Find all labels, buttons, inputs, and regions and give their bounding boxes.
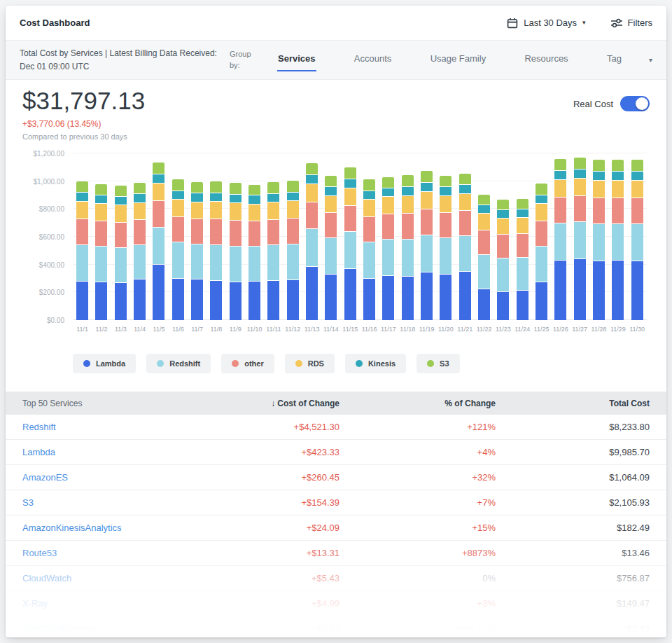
bar-segment-rds[interactable] — [536, 204, 547, 221]
bar-segment-redshift[interactable] — [95, 247, 107, 282]
bar-segment-s3[interactable] — [517, 199, 528, 209]
bar-segment-kinesis[interactable] — [325, 187, 337, 195]
bar-11-2[interactable] — [95, 153, 107, 320]
bar-11-20[interactable] — [440, 153, 451, 320]
bar-segment-kinesis[interactable] — [440, 187, 451, 195]
bar-segment-other[interactable] — [612, 198, 624, 223]
bar-segment-other[interactable] — [382, 214, 394, 239]
bar-segment-s3[interactable] — [210, 181, 222, 192]
bar-segment-rds[interactable] — [287, 201, 299, 218]
bar-11-22[interactable] — [478, 153, 490, 320]
bar-segment-lambda[interactable] — [287, 280, 299, 320]
bar-segment-s3[interactable] — [287, 181, 299, 191]
bar-segment-lambda[interactable] — [153, 265, 164, 320]
service-link[interactable]: Route53 — [6, 548, 176, 558]
bar-segment-s3[interactable] — [536, 184, 547, 194]
bar-segment-redshift[interactable] — [459, 236, 471, 271]
bar-segment-rds[interactable] — [210, 202, 222, 219]
legend-chip-lambda[interactable]: Lambda — [73, 354, 136, 373]
bar-segment-redshift[interactable] — [478, 255, 490, 289]
bar-segment-other[interactable] — [344, 206, 356, 231]
bar-segment-rds[interactable] — [172, 200, 184, 216]
bar-11-6[interactable] — [172, 153, 184, 320]
bar-segment-s3[interactable] — [440, 176, 451, 186]
bar-segment-lambda[interactable] — [115, 283, 127, 320]
tab-accounts[interactable]: Accounts — [354, 53, 392, 71]
bar-segment-lambda[interactable] — [517, 291, 528, 320]
bar-11-15[interactable] — [344, 153, 356, 320]
bar-segment-redshift[interactable] — [325, 238, 337, 274]
bar-segment-other[interactable] — [267, 220, 279, 244]
bar-segment-lambda[interactable] — [478, 289, 490, 320]
bar-segment-other[interactable] — [536, 221, 547, 246]
tab-usage-family[interactable]: Usage Family — [430, 53, 486, 71]
filters-button[interactable]: Filters — [611, 18, 652, 28]
bar-segment-other[interactable] — [459, 211, 471, 235]
bar-segment-lambda[interactable] — [440, 275, 451, 320]
bar-segment-kinesis[interactable] — [536, 195, 547, 204]
bar-segment-lambda[interactable] — [210, 281, 222, 320]
bar-segment-other[interactable] — [95, 221, 107, 246]
bar-11-24[interactable] — [517, 153, 528, 320]
date-range-picker[interactable]: Last 30 Days ▾ — [507, 18, 585, 29]
bar-segment-s3[interactable] — [191, 182, 203, 192]
bar-segment-lambda[interactable] — [344, 269, 356, 320]
bar-segment-rds[interactable] — [306, 184, 318, 202]
bar-segment-rds[interactable] — [593, 181, 605, 198]
bar-segment-other[interactable] — [210, 219, 222, 244]
bar-segment-redshift[interactable] — [574, 222, 586, 258]
bar-segment-rds[interactable] — [421, 192, 433, 209]
bar-segment-other[interactable] — [325, 213, 337, 237]
bar-segment-kinesis[interactable] — [497, 210, 509, 218]
bar-segment-rds[interactable] — [612, 181, 624, 198]
bar-segment-lambda[interactable] — [536, 282, 547, 320]
bar-segment-kinesis[interactable] — [210, 193, 222, 202]
bar-segment-other[interactable] — [497, 235, 509, 258]
bar-11-28[interactable] — [593, 153, 605, 320]
service-link[interactable]: AmazonKinesisAnalytics — [6, 523, 176, 533]
bar-segment-redshift[interactable] — [440, 238, 451, 274]
bar-segment-kinesis[interactable] — [478, 205, 490, 213]
bar-11-23[interactable] — [497, 153, 509, 320]
bar-segment-rds[interactable] — [382, 197, 394, 214]
bar-11-29[interactable] — [612, 153, 624, 320]
service-link[interactable]: Lambda — [6, 447, 176, 457]
bar-segment-redshift[interactable] — [612, 224, 624, 260]
bar-segment-redshift[interactable] — [554, 223, 566, 260]
bar-segment-kinesis[interactable] — [517, 209, 528, 217]
bar-segment-kinesis[interactable] — [172, 191, 184, 200]
service-link[interactable]: X-Ray — [6, 598, 176, 609]
bar-segment-redshift[interactable] — [134, 245, 146, 279]
bar-segment-s3[interactable] — [459, 174, 471, 184]
bar-segment-redshift[interactable] — [287, 244, 299, 280]
bar-segment-other[interactable] — [593, 198, 605, 223]
bar-11-27[interactable] — [574, 153, 586, 320]
bar-segment-kinesis[interactable] — [382, 188, 394, 197]
bar-segment-s3[interactable] — [325, 176, 337, 186]
bar-segment-kinesis[interactable] — [306, 175, 318, 184]
tab-services[interactable]: Services — [277, 53, 316, 71]
bar-segment-s3[interactable] — [421, 171, 433, 182]
bar-segment-lambda[interactable] — [325, 275, 337, 320]
bar-segment-kinesis[interactable] — [248, 195, 260, 204]
bar-segment-lambda[interactable] — [612, 261, 624, 320]
bar-segment-rds[interactable] — [134, 203, 146, 219]
bar-segment-rds[interactable] — [230, 203, 241, 220]
bar-segment-lambda[interactable] — [593, 261, 605, 320]
bar-11-10[interactable] — [248, 153, 260, 320]
bar-segment-kinesis[interactable] — [115, 197, 127, 205]
bar-segment-other[interactable] — [631, 198, 643, 223]
bar-segment-lambda[interactable] — [230, 282, 241, 320]
legend-chip-other[interactable]: other — [221, 354, 274, 373]
bar-segment-rds[interactable] — [517, 218, 528, 233]
bar-segment-rds[interactable] — [325, 196, 337, 213]
bar-11-30[interactable] — [631, 153, 643, 320]
bar-segment-lambda[interactable] — [574, 259, 586, 320]
service-link[interactable]: S3 — [6, 497, 176, 508]
bar-segment-rds[interactable] — [497, 219, 509, 234]
bar-segment-other[interactable] — [574, 196, 586, 221]
bar-segment-other[interactable] — [287, 219, 299, 244]
service-link[interactable]: AmazonES — [6, 472, 176, 483]
bar-segment-redshift[interactable] — [421, 235, 433, 272]
bar-segment-other[interactable] — [248, 221, 260, 246]
